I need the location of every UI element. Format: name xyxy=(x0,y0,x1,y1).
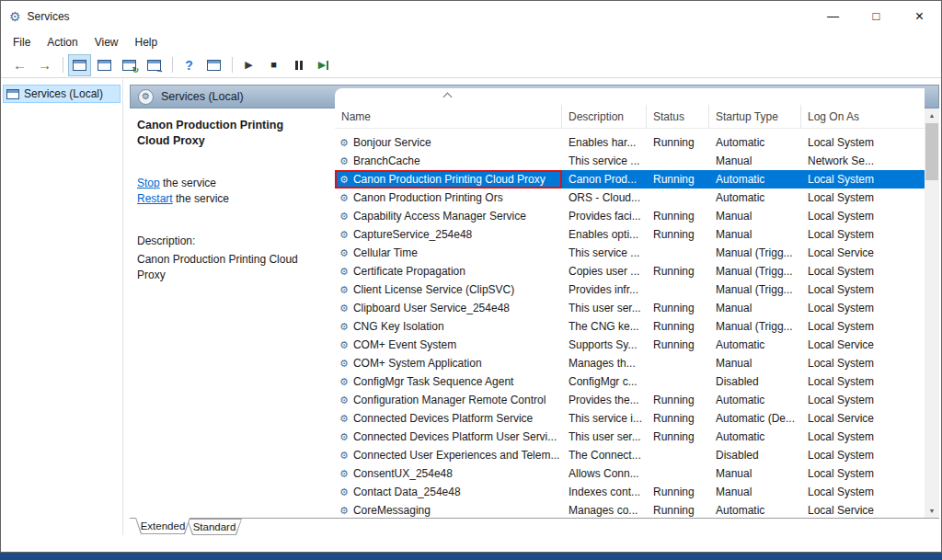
service-row[interactable]: ⚙Canon Production Printing Cloud ProxyCa… xyxy=(335,170,925,189)
pause-service-button[interactable] xyxy=(287,54,310,76)
service-startup-cell: Manual (Trigg... xyxy=(709,320,801,333)
service-name-cell: ⚙Connected Devices Platform User Servi..… xyxy=(335,428,562,446)
service-status-cell: Running xyxy=(647,486,709,498)
service-description-cell: Provides faci... xyxy=(562,210,647,223)
stop-service-text: the service xyxy=(160,177,216,189)
minimize-icon: — xyxy=(827,9,839,23)
menu-bar: File Action View Help xyxy=(1,31,941,52)
service-row[interactable]: ⚙Capability Access Manager ServiceProvid… xyxy=(335,207,925,225)
service-name: COM+ Event System xyxy=(353,338,456,351)
start-service-button[interactable]: ▶ xyxy=(237,54,260,76)
service-row[interactable]: ⚙Client License Service (ClipSVC)Provide… xyxy=(335,280,925,299)
service-name: Configuration Manager Remote Control xyxy=(353,394,546,406)
service-row[interactable]: ⚙Canon Production Printing OrsORS - Clou… xyxy=(335,189,925,207)
service-name: BranchCache xyxy=(353,154,420,167)
status-bar xyxy=(1,535,941,552)
service-name-cell: ⚙ConsentUX_254e48 xyxy=(335,464,562,483)
column-header-log-on-as[interactable]: Log On As xyxy=(801,105,925,128)
properties-button[interactable] xyxy=(93,54,116,76)
service-row[interactable]: ⚙COM+ System ApplicationManages th...Man… xyxy=(335,354,925,372)
service-name: ConsentUX_254e48 xyxy=(353,467,453,480)
service-description-cell: Enables har... xyxy=(562,136,647,149)
maximize-button[interactable]: □ xyxy=(855,1,898,31)
service-startup-cell: Automatic xyxy=(709,191,801,204)
service-gear-icon: ⚙ xyxy=(339,506,349,516)
service-row[interactable]: ⚙Clipboard User Service_254e48This user … xyxy=(335,299,925,317)
service-row[interactable]: ⚙Contact Data_254e48Indexes cont...Runni… xyxy=(335,483,925,501)
service-startup-cell: Automatic xyxy=(709,504,801,517)
service-name-cell: ⚙BranchCache xyxy=(335,152,562,170)
service-name: Connected Devices Platform Service xyxy=(353,412,533,425)
service-row[interactable]: ⚙CoreMessagingManages co...RunningAutoma… xyxy=(335,501,925,518)
stop-service-icon: ■ xyxy=(270,60,277,70)
service-startup-cell: Manual xyxy=(709,154,801,167)
tree-item-services-local[interactable]: Services (Local) xyxy=(3,85,121,103)
service-row[interactable]: ⚙Connected Devices Platform User Servi..… xyxy=(335,428,925,446)
service-description-cell: This user ser... xyxy=(562,430,647,443)
service-row[interactable]: ⚙Configuration Manager Remote ControlPro… xyxy=(335,391,925,409)
service-name-cell: ⚙CaptureService_254e48 xyxy=(335,225,562,244)
window-options-button[interactable] xyxy=(202,54,225,76)
close-button[interactable]: × xyxy=(898,1,941,31)
service-row[interactable]: ⚙Cellular TimeThis service ...Manual (Tr… xyxy=(335,244,925,262)
service-startup-cell: Manual (Trigg... xyxy=(709,283,801,296)
service-name: Connected Devices Platform User Servi... xyxy=(353,430,557,443)
service-row[interactable]: ⚙CaptureService_254e48Enables opti...Run… xyxy=(335,225,925,244)
service-logon-cell: Local System xyxy=(801,486,925,498)
service-logon-cell: Local System xyxy=(801,210,925,223)
service-startup-cell: Automatic (De... xyxy=(709,412,801,425)
service-startup-cell: Disabled xyxy=(709,375,801,388)
help-button[interactable]: ? xyxy=(178,54,201,76)
scrollbar-thumb[interactable] xyxy=(925,123,938,180)
scroll-down-icon[interactable]: ▼ xyxy=(925,504,939,518)
column-header-description[interactable]: Description xyxy=(562,105,647,128)
forward-button[interactable]: → xyxy=(33,54,56,76)
service-name-cell: ⚙Canon Production Printing Ors xyxy=(335,189,562,207)
service-gear-icon: ⚙ xyxy=(339,193,349,203)
service-logon-cell: Local Service xyxy=(801,504,925,517)
back-button[interactable]: ← xyxy=(8,54,31,76)
service-name: Contact Data_254e48 xyxy=(353,486,461,498)
refresh-button[interactable]: ↻ xyxy=(118,54,141,76)
column-header-name[interactable]: Name xyxy=(335,105,562,128)
menu-view[interactable]: View xyxy=(86,33,127,51)
service-logon-cell: Local System xyxy=(801,357,925,370)
service-row[interactable]: ⚙Connected Devices Platform ServiceThis … xyxy=(335,409,925,428)
tab-extended[interactable]: Extended xyxy=(135,518,190,534)
service-startup-cell: Manual xyxy=(709,357,801,370)
service-row[interactable]: ⚙Connected User Experiences and Telem...… xyxy=(335,446,925,464)
sort-ascending-icon[interactable] xyxy=(443,93,453,102)
service-name-cell: ⚙Bonjour Service xyxy=(335,133,562,152)
minimize-button[interactable]: — xyxy=(811,1,855,31)
service-startup-cell: Manual xyxy=(709,486,801,498)
service-name: Capability Access Manager Service xyxy=(353,210,526,223)
restart-service-button[interactable]: ▶ xyxy=(312,54,335,76)
column-header-startup-type[interactable]: Startup Type xyxy=(709,105,801,128)
menu-file[interactable]: File xyxy=(5,33,39,51)
service-status-cell: Running xyxy=(647,265,709,278)
restart-service-link[interactable]: Restart xyxy=(137,192,173,205)
service-row[interactable]: ⚙Bonjour ServiceEnables har...RunningAut… xyxy=(335,133,925,152)
menu-help[interactable]: Help xyxy=(127,33,167,51)
stop-service-button[interactable]: ■ xyxy=(262,54,285,76)
service-description-cell: This service ... xyxy=(562,246,647,259)
service-row[interactable]: ⚙BranchCacheThis service ...ManualNetwor… xyxy=(335,152,925,170)
export-list-button[interactable]: → xyxy=(143,54,166,76)
service-row[interactable]: ⚙ConfigMgr Task Sequence AgentConfigMgr … xyxy=(335,372,925,391)
service-startup-cell: Automatic xyxy=(709,173,801,186)
vertical-scrollbar[interactable]: ▲ ▼ xyxy=(925,109,939,518)
service-startup-cell: Manual xyxy=(709,228,801,241)
menu-action[interactable]: Action xyxy=(39,33,86,51)
service-logon-cell: Local Service xyxy=(801,338,925,351)
show-console-tree-button[interactable] xyxy=(68,54,91,76)
service-row[interactable]: ⚙CNG Key IsolationThe CNG ke...RunningMa… xyxy=(335,317,925,336)
service-row[interactable]: ⚙Certificate PropagationCopies user ...R… xyxy=(335,262,925,280)
column-header-status[interactable]: Status xyxy=(647,105,709,128)
stop-service-link[interactable]: Stop xyxy=(137,177,160,189)
service-gear-icon: ⚙ xyxy=(339,322,349,332)
service-row[interactable]: ⚙COM+ Event SystemSupports Sy...RunningA… xyxy=(335,336,925,354)
service-row[interactable]: ⚙ConsentUX_254e48Allows Conn...ManualLoc… xyxy=(335,464,925,483)
scroll-up-icon[interactable]: ▲ xyxy=(925,109,939,122)
service-logon-cell: Local System xyxy=(801,173,925,186)
tab-standard[interactable]: Standard xyxy=(187,519,242,535)
